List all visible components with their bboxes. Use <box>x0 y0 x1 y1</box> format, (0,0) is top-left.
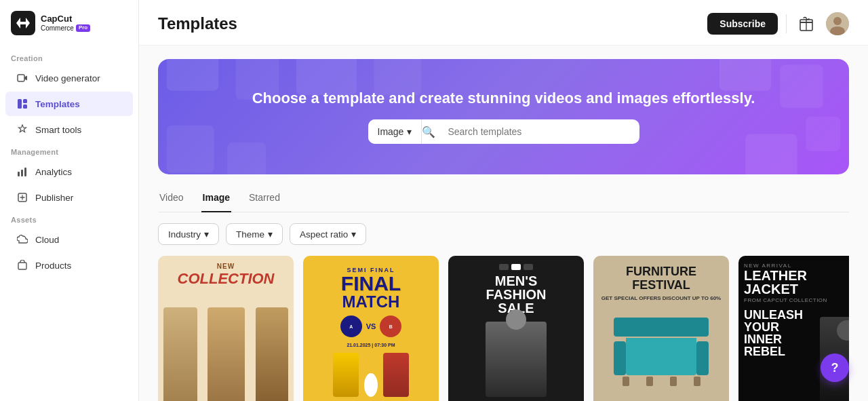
products-icon <box>16 259 28 271</box>
svg-rect-3 <box>23 99 27 103</box>
furniture-sub: GET SPECIAL OFFERS DISCOUNT UP TO 60% <box>601 295 721 301</box>
player-yellow <box>333 353 359 397</box>
sofa-body <box>614 338 709 375</box>
svg-rect-4 <box>23 104 27 109</box>
logo-text: CapCut Commerce Pro <box>41 14 90 31</box>
model-head <box>837 320 849 341</box>
svg-rect-9 <box>18 263 26 269</box>
templates-label: Templates <box>35 99 80 109</box>
svg-rect-2 <box>18 99 22 109</box>
sidebar-item-analytics[interactable]: Analytics <box>5 159 133 184</box>
football-match: MATCH <box>342 294 400 310</box>
players-row <box>333 353 409 397</box>
filter-industry-label: Industry <box>168 229 201 240</box>
sidebar-item-products[interactable]: Products <box>5 253 133 278</box>
leather-jacket-title: LEATHERJACKET <box>744 269 807 296</box>
capcut-logo-icon <box>11 11 35 35</box>
search-type-button[interactable]: Image ▾ <box>368 119 422 144</box>
user-avatar[interactable] <box>826 12 849 35</box>
chevron-down-icon: ▾ <box>204 229 209 240</box>
card1-text: NEW COLLECTION <box>158 263 294 288</box>
logo-title: CapCut <box>41 14 90 24</box>
vs-label: VS <box>366 322 376 330</box>
template-card-mens-fashion[interactable]: MEN'SFASHIONSALE <box>448 256 584 401</box>
unleash-label: UNLEASHYOURINNERREBEL <box>744 309 803 358</box>
football-ball <box>364 373 378 397</box>
section-label-creation: Creation <box>0 49 138 65</box>
pro-badge: Pro <box>76 24 90 32</box>
smart-tools-label: Smart tools <box>35 125 81 135</box>
content-area: Choose a template and create stunning vi… <box>139 45 868 401</box>
from-label: FROM CAPCUT COLLECTION <box>744 297 827 303</box>
sidebar: CapCut Commerce Pro Creation Video gener… <box>0 0 139 401</box>
sofa-back <box>614 318 709 337</box>
svg-rect-1 <box>18 75 24 81</box>
tab-image[interactable]: Image <box>201 187 231 212</box>
template-card-new-collection[interactable]: NEW COLLECTION <box>158 256 294 401</box>
search-type-label: Image <box>378 126 404 137</box>
page-header: Templates Subscribe <box>139 0 868 45</box>
main-content: Templates Subscribe Choose a template an… <box>139 0 868 401</box>
chevron-down-icon: ▾ <box>351 229 356 240</box>
filter-row: Industry ▾ Theme ▾ Aspect ratio ▾ <box>158 223 849 245</box>
sidebar-item-smart-tools[interactable]: Smart tools <box>5 117 133 142</box>
tab-video[interactable]: Video <box>158 187 185 212</box>
gift-icon[interactable] <box>795 12 818 35</box>
content-tabs: Video Image Starred <box>158 187 849 212</box>
analytics-label: Analytics <box>35 167 72 177</box>
smart-tools-icon <box>16 123 28 136</box>
chevron-down-icon: ▾ <box>268 229 273 240</box>
template-card-football[interactable]: SEMI FINAL FINAL MATCH A VS B 21.01.2025… <box>303 256 439 401</box>
search-bar: Image ▾ 🔍 <box>368 119 639 144</box>
filter-industry[interactable]: Industry ▾ <box>158 223 219 245</box>
sidebar-item-video-generator[interactable]: Video generator <box>5 66 133 90</box>
card1-figures <box>158 307 294 401</box>
subscribe-button[interactable]: Subscribe <box>707 13 778 35</box>
products-label: Products <box>35 261 71 271</box>
sidebar-item-cloud[interactable]: Cloud <box>5 227 133 252</box>
match-date: 21.01.2025 | 07:30 PM <box>347 343 395 347</box>
video-generator-label: Video generator <box>35 73 100 83</box>
search-input[interactable] <box>438 119 639 144</box>
section-label-assets: Assets <box>0 210 138 227</box>
sofa-arm-left <box>614 341 626 375</box>
analytics-icon <box>16 166 28 178</box>
chevron-down-icon: ▾ <box>407 126 412 137</box>
tab-starred[interactable]: Starred <box>248 187 281 212</box>
card3-dots <box>499 264 533 270</box>
player-red <box>383 353 409 397</box>
man-silhouette <box>486 322 547 397</box>
sofa-legs <box>614 377 709 386</box>
team-b-circle: B <box>380 316 401 337</box>
cloud-label: Cloud <box>35 235 59 245</box>
search-icon: 🔍 <box>422 126 435 138</box>
section-label-management: Management <box>0 142 138 159</box>
logo-sub: Commerce Pro <box>41 24 90 32</box>
head-shape <box>506 309 526 330</box>
filter-aspect-ratio[interactable]: Aspect ratio ▾ <box>290 223 366 245</box>
football-final: FINAL <box>341 273 401 294</box>
header-divider <box>786 14 787 33</box>
team-a-circle: A <box>340 316 362 337</box>
hero-banner: Choose a template and create stunning vi… <box>158 59 849 174</box>
publisher-icon <box>16 191 28 204</box>
svg-rect-6 <box>21 170 23 176</box>
logo: CapCut Commerce Pro <box>0 11 138 49</box>
svg-point-12 <box>833 17 842 25</box>
filter-theme-label: Theme <box>236 229 264 240</box>
teams-row: A VS B <box>340 316 402 337</box>
filter-theme[interactable]: Theme ▾ <box>226 223 283 245</box>
publisher-label: Publisher <box>35 193 73 203</box>
templates-icon <box>16 98 28 110</box>
sidebar-item-templates[interactable]: Templates <box>5 92 133 116</box>
sofa-arm-right <box>696 341 709 375</box>
template-card-furniture[interactable]: FURNITUREFESTIVAL GET SPECIAL OFFERS DIS… <box>593 256 729 401</box>
filter-aspect-ratio-label: Aspect ratio <box>300 229 348 240</box>
svg-rect-7 <box>24 168 26 176</box>
sofa-container <box>614 318 709 386</box>
template-grid: NEW COLLECTION SEMI FINAL FINAL MATCH <box>158 256 849 401</box>
svg-rect-5 <box>18 172 20 176</box>
sidebar-item-publisher[interactable]: Publisher <box>5 185 133 210</box>
video-icon <box>16 72 28 84</box>
help-button[interactable]: ? <box>821 354 849 382</box>
